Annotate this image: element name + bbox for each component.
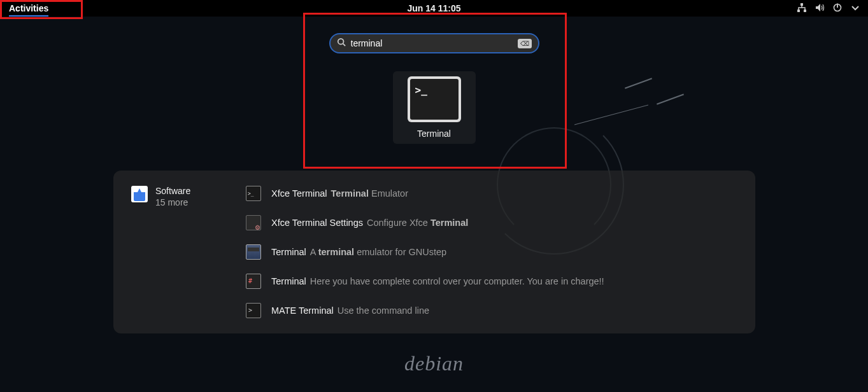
result-row[interactable]: TerminalA terminal emulator for GNUstep [246, 244, 737, 260]
result-title: Terminal [271, 247, 306, 257]
mate-icon [246, 303, 261, 318]
result-title: MATE Terminal [271, 305, 334, 316]
chevron-down-icon[interactable] [850, 3, 860, 15]
result-text: TerminalA terminal emulator for GNUstep [271, 247, 446, 257]
terminal-prompt-glyph: >_ [410, 79, 459, 120]
settings-icon [246, 215, 261, 230]
top-bar: Activities Jun 14 11:05 [0, 0, 868, 17]
result-description: A terminal emulator for GNUstep [310, 247, 446, 257]
svg-rect-0 [800, 3, 803, 6]
section-more: 15 more [155, 197, 190, 207]
volume-icon[interactable] [815, 3, 825, 15]
bg-dash [657, 94, 684, 104]
search-icon [337, 38, 346, 49]
search-input[interactable] [351, 38, 518, 48]
result-text: TerminalHere you have complete control o… [271, 276, 604, 286]
network-icon[interactable] [797, 3, 807, 15]
svg-point-5 [338, 39, 343, 45]
result-row[interactable]: TerminalHere you have complete control o… [246, 274, 737, 289]
activities-button[interactable]: Activities [0, 1, 57, 15]
result-title: Terminal [271, 276, 306, 286]
root-icon [246, 274, 261, 289]
app-result-terminal[interactable]: >_ Terminal [393, 71, 476, 144]
software-icon [131, 186, 148, 202]
result-description: Terminal Emulator [331, 188, 408, 199]
result-row[interactable]: MATE TerminalUse the command line [246, 303, 737, 318]
clear-search-icon[interactable]: ⌫ [518, 39, 532, 48]
bg-dash [574, 104, 648, 125]
result-description: Use the command line [338, 305, 429, 316]
clock[interactable]: Jun 14 11:05 [407, 3, 460, 13]
search-results-panel: Software 15 more Xfce TerminalTerminal E… [113, 171, 755, 333]
bg-dash [625, 78, 652, 88]
results-section-header[interactable]: Software 15 more [131, 186, 246, 318]
system-tray[interactable] [797, 3, 868, 15]
result-text: MATE TerminalUse the command line [271, 305, 429, 316]
search-field[interactable]: ⌫ [329, 33, 539, 53]
term-icon [246, 186, 261, 201]
svg-line-6 [343, 44, 345, 46]
terminal-app-icon: >_ [408, 76, 461, 122]
gnustep-icon [246, 244, 261, 260]
result-row[interactable]: Xfce TerminalTerminal Emulator [246, 186, 737, 201]
debian-wordmark: debian [404, 352, 464, 375]
result-title: Xfce Terminal [271, 188, 327, 199]
result-description: Configure Xfce Terminal [367, 218, 468, 228]
svg-rect-1 [797, 10, 800, 12]
result-text: Xfce TerminalTerminal Emulator [271, 188, 408, 199]
result-title: Xfce Terminal Settings [271, 218, 363, 228]
section-title: Software [155, 186, 190, 196]
result-description: Here you have complete control over your… [310, 276, 604, 286]
power-icon[interactable] [832, 3, 843, 15]
app-result-label: Terminal [398, 129, 471, 139]
result-text: Xfce Terminal SettingsConfigure Xfce Ter… [271, 218, 468, 228]
svg-rect-2 [804, 10, 806, 12]
result-row[interactable]: Xfce Terminal SettingsConfigure Xfce Ter… [246, 215, 737, 230]
